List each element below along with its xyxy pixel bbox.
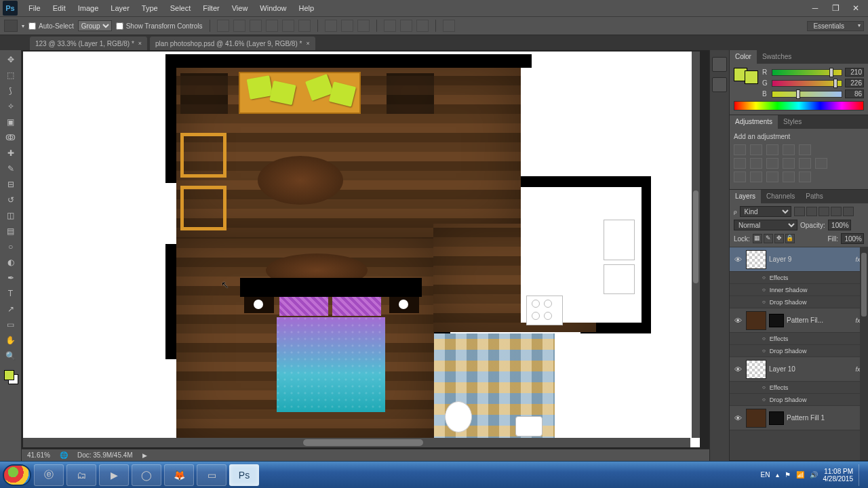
properties-panel-icon[interactable] <box>712 77 727 92</box>
visibility-toggle-icon[interactable]: 👁 <box>730 414 746 422</box>
menu-image[interactable]: Image <box>73 2 104 14</box>
posterize-icon[interactable] <box>734 171 746 182</box>
filter-pixel-icon[interactable] <box>794 207 805 216</box>
distribute-icon[interactable] <box>400 20 412 32</box>
eyedropper-tool-icon[interactable]: ↂ <box>3 131 19 144</box>
taskbar-photoshop-icon[interactable]: Ps <box>229 464 259 486</box>
threshold-icon[interactable] <box>750 171 762 182</box>
vibrance-icon[interactable] <box>799 144 811 155</box>
taskbar-app-icon[interactable]: ▭ <box>197 464 226 486</box>
hue-ramp[interactable] <box>734 101 864 110</box>
lock-position-icon[interactable]: ✥ <box>774 234 784 243</box>
opacity-input[interactable] <box>828 220 851 230</box>
exposure-icon[interactable] <box>783 144 795 155</box>
document-tab[interactable]: plan photoshop.psd @ 41.6% (Layer 9, RGB… <box>150 37 315 50</box>
layer-row[interactable]: 👁 Layer 9 fx ▾ <box>730 247 868 272</box>
layer-row[interactable]: 👁 Pattern Fill 1 <box>730 406 868 430</box>
layer-thumb[interactable] <box>746 250 766 269</box>
show-desktop-button[interactable] <box>859 464 865 486</box>
blend-mode-select[interactable]: Normal <box>734 220 797 230</box>
tab-adjustments[interactable]: Adjustments <box>730 115 778 129</box>
crop-tool-icon[interactable]: ▣ <box>3 115 19 129</box>
layer-effect[interactable]: ○Drop Shadow <box>730 345 868 357</box>
show-transform-checkbox[interactable]: Show Transform Controls <box>116 22 203 30</box>
color-swatch[interactable] <box>734 68 758 98</box>
invert-icon[interactable] <box>815 158 827 169</box>
gradient-map-icon[interactable] <box>766 171 778 182</box>
type-tool-icon[interactable]: T <box>3 287 19 300</box>
more-icon[interactable] <box>799 171 811 182</box>
visibility-toggle-icon[interactable]: 👁 <box>730 317 746 325</box>
path-tool-icon[interactable]: ↗ <box>3 302 19 316</box>
canvas[interactable]: ↖ <box>23 52 700 447</box>
wand-tool-icon[interactable]: ✧ <box>3 100 19 113</box>
align-icon[interactable] <box>298 20 311 32</box>
distribute-icon[interactable] <box>416 20 429 32</box>
filter-smart-icon[interactable] <box>843 207 854 216</box>
tab-styles[interactable]: Styles <box>778 115 807 129</box>
visibility-toggle-icon[interactable]: 👁 <box>730 365 746 373</box>
menu-select[interactable]: Select <box>165 2 197 14</box>
layer-effect[interactable]: ○Drop Shadow <box>730 394 868 406</box>
lock-pixels-icon[interactable]: ✎ <box>764 234 773 243</box>
globe-icon[interactable]: 🌐 <box>60 451 68 459</box>
close-button[interactable]: ✕ <box>846 2 865 14</box>
horizontal-scrollbar[interactable] <box>23 438 690 447</box>
fill-input[interactable] <box>841 233 864 244</box>
pen-tool-icon[interactable]: ✒ <box>3 271 19 285</box>
workspace-switcher[interactable]: Essentials <box>807 21 864 31</box>
taskbar-firefox-icon[interactable]: 🦊 <box>164 464 194 486</box>
blue-value[interactable]: 86 <box>845 89 864 98</box>
tray-volume-icon[interactable]: 🔊 <box>810 471 818 479</box>
lock-transparency-icon[interactable]: ▦ <box>753 234 762 243</box>
visibility-toggle-icon[interactable]: 👁 <box>730 256 746 264</box>
tray-network-icon[interactable]: 📶 <box>796 471 804 479</box>
tool-dropdown-icon[interactable]: ▾ <box>22 23 24 29</box>
tab-channels[interactable]: Channels <box>761 190 800 203</box>
layer-thumb[interactable] <box>746 360 766 379</box>
menu-edit[interactable]: Edit <box>47 2 71 14</box>
curves-icon[interactable] <box>766 144 778 155</box>
menu-window[interactable]: Window <box>254 2 292 14</box>
distribute-icon[interactable] <box>325 20 337 32</box>
marquee-tool-icon[interactable]: ⬚ <box>3 68 19 82</box>
red-value[interactable]: 210 <box>845 68 864 77</box>
layer-thumb[interactable] <box>746 409 766 428</box>
layer-effect[interactable]: ○Effects <box>730 272 868 284</box>
photo-filter-icon[interactable] <box>766 158 778 169</box>
filter-shape-icon[interactable] <box>831 207 842 216</box>
history-panel-icon[interactable] <box>712 57 727 72</box>
blue-slider[interactable] <box>772 91 842 98</box>
clone-stamp-icon[interactable]: ⊟ <box>3 178 19 191</box>
dodge-tool-icon[interactable]: ◐ <box>3 256 19 269</box>
close-tab-icon[interactable]: × <box>306 40 309 47</box>
lock-all-icon[interactable]: 🔒 <box>785 234 795 243</box>
auto-align-icon[interactable] <box>443 20 455 32</box>
layer-mask-thumb[interactable] <box>769 411 784 425</box>
layer-row[interactable]: 👁 Pattern Fil... fx ▾ <box>730 308 868 333</box>
taskbar-media-icon[interactable]: ▶ <box>99 464 129 486</box>
taskbar-chrome-icon[interactable]: ◯ <box>132 464 161 486</box>
tray-flag-icon[interactable]: ⚑ <box>785 471 791 479</box>
red-slider[interactable] <box>772 69 842 76</box>
layer-effect[interactable]: ○Effects <box>730 333 868 345</box>
color-swatch[interactable] <box>3 369 19 385</box>
filter-type-icon[interactable] <box>818 207 829 216</box>
distribute-icon[interactable] <box>341 20 353 32</box>
levels-icon[interactable] <box>750 144 762 155</box>
hand-tool-icon[interactable]: ✋ <box>3 333 19 347</box>
tray-clock[interactable]: 11:08 PM 4/28/2015 <box>823 468 854 483</box>
menu-view[interactable]: View <box>226 2 254 14</box>
menu-help[interactable]: Help <box>293 2 319 14</box>
gradient-tool-icon[interactable]: ▤ <box>3 224 19 238</box>
layer-effect[interactable]: ○Drop Shadow <box>730 296 868 308</box>
tab-layers[interactable]: Layers <box>730 190 761 203</box>
hue-icon[interactable] <box>734 158 746 169</box>
align-icon[interactable] <box>217 20 229 32</box>
zoom-tool-icon[interactable]: 🔍 <box>3 349 19 363</box>
minimize-button[interactable]: ─ <box>806 2 825 14</box>
document-tab[interactable]: 123 @ 33.3% (Layer 1, RGB/8) *× <box>30 37 147 50</box>
layer-effect[interactable]: ○Effects <box>730 382 868 394</box>
brush-tool-icon[interactable]: ✎ <box>3 162 19 176</box>
taskbar-explorer-icon[interactable]: 🗂 <box>66 464 96 486</box>
